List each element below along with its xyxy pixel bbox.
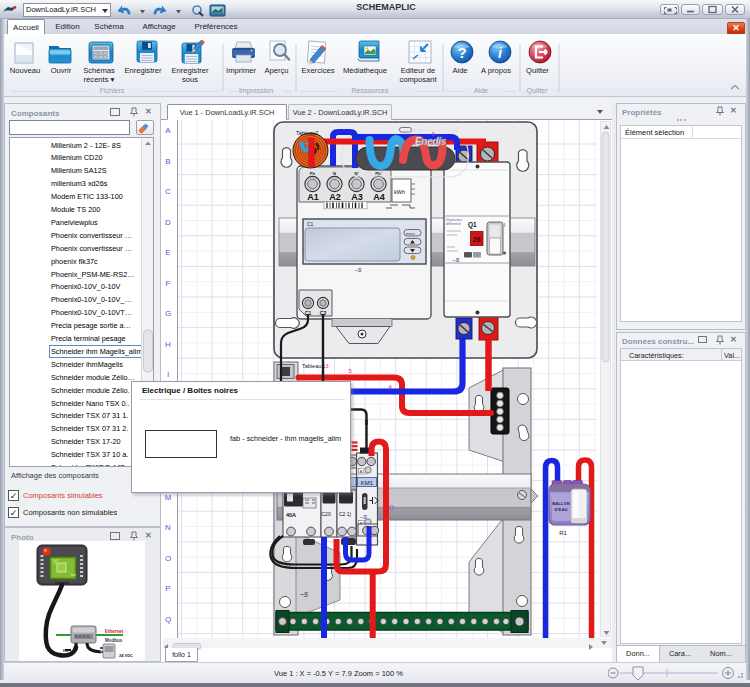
svg-text:A: A [165,126,171,135]
svg-text:différentiel: différentiel [446,222,461,226]
svg-text:A4: A4 [373,192,385,202]
svg-text:~S: ~S [355,267,362,273]
svg-text:Tableau2: Tableau2 [296,130,318,136]
svg-text:~S: ~S [452,257,460,263]
svg-text:Enedis: Enedis [415,136,447,147]
svg-text:26: 26 [473,236,481,243]
svg-text:D: D [165,218,171,227]
svg-text:N': N' [354,171,358,176]
svg-text:Modbus: Modbus [105,638,123,643]
svg-text:R1: R1 [559,530,567,536]
svg-text:Q1: Q1 [468,221,477,229]
svg-text:40A: 40A [286,512,296,518]
svg-text:TEZ APRES PROTECTIONS: TEZ APRES PROTECTIONS [402,128,458,133]
svg-text:A3: A3 [351,192,363,202]
svg-text:test: test [71,573,76,577]
svg-text:Ph': Ph' [375,171,381,176]
svg-text:kWh: kWh [394,189,405,195]
svg-text:A2: A2 [329,192,341,202]
svg-text:C20: C20 [322,511,331,517]
svg-text:B: B [165,157,170,166]
svg-text:C2 1): C2 1) [339,511,352,517]
svg-text:G: G [165,309,171,318]
svg-text:M: M [165,493,172,502]
svg-text:A1: A1 [360,469,366,474]
svg-text:E: E [165,248,170,257]
svg-text:I: I [504,222,505,228]
svg-text:Ph: Ph [310,171,316,176]
svg-text:C1: C1 [307,221,314,227]
svg-text:D'EAU: D'EAU [555,507,568,512]
svg-text:I: I [167,370,169,379]
svg-text:N: N [165,523,171,532]
svg-text:A1: A1 [307,192,319,202]
svg-text:?: ? [457,44,466,61]
svg-text:menu: menu [406,232,415,236]
svg-text:3: 3 [432,131,435,137]
svg-text:F: F [166,279,171,288]
svg-text:Ethernet: Ethernet [105,629,124,634]
svg-text:C: C [165,187,171,196]
svg-text:N: N [333,171,336,176]
svg-text:H: H [165,340,171,349]
svg-text:O: O [165,554,171,563]
svg-text:KM1: KM1 [361,480,374,486]
svg-text:Tableau1: Tableau1 [302,363,324,369]
svg-text:~S: ~S [300,591,309,598]
svg-text:24 VDC: 24 VDC [119,653,133,658]
svg-text:BALLON: BALLON [552,501,569,506]
svg-text:P: P [165,584,170,593]
svg-text:Q: Q [165,615,171,624]
